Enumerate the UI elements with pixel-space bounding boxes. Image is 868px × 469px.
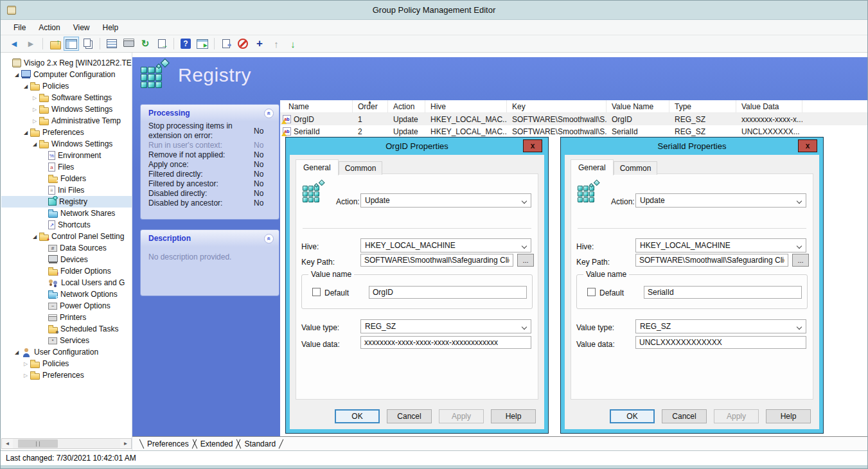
column-header-type[interactable]: Type <box>669 100 736 112</box>
list-row-serialid[interactable]: abSerialId2UpdateHKEY_LOCAL_MAC...SOFTWA… <box>280 125 868 137</box>
default-checkbox[interactable] <box>587 288 596 296</box>
tree-item-devices[interactable]: Devices <box>1 254 132 265</box>
new-window-icon[interactable] <box>195 37 210 51</box>
show-tree-icon[interactable] <box>64 37 79 51</box>
scroll-left-arrow-icon[interactable]: ◄ <box>2 439 13 448</box>
tree-item-windows-settings[interactable]: ▷Windows Settings <box>1 103 132 115</box>
tree-item-control-panel-setting[interactable]: ◢+Control Panel Setting <box>1 231 132 242</box>
tree-item-power-options[interactable]: ~Power Options <box>1 300 132 312</box>
help-button[interactable]: Help <box>491 409 536 423</box>
refresh-icon[interactable] <box>137 37 153 51</box>
cancel-button[interactable]: Cancel <box>387 409 432 423</box>
value-data-input[interactable] <box>360 336 531 349</box>
collapse-chevron-icon[interactable]: « <box>264 234 274 243</box>
tree-item-administrative-temp[interactable]: ▷Administrative Temp <box>1 115 132 127</box>
tree-item-registry[interactable]: Registry <box>1 196 132 208</box>
tree-expander-icon[interactable]: ◢ <box>13 350 21 355</box>
column-header-value-data[interactable]: Value Data <box>736 100 802 112</box>
tab-general[interactable]: General <box>296 159 339 175</box>
properties-icon[interactable] <box>104 37 120 51</box>
tree-expander-icon[interactable]: ◢ <box>13 72 21 78</box>
tree-item-policies[interactable]: ▷Policies <box>1 358 132 369</box>
value-type-combobox[interactable]: REG_SZ <box>360 319 531 333</box>
help-button[interactable]: Help <box>766 409 811 423</box>
titlebar[interactable]: Group Policy Management Editor <box>1 1 867 20</box>
tree-expander-icon[interactable]: ▷ <box>22 373 30 378</box>
tree-expander-icon[interactable]: ▷ <box>31 107 39 112</box>
key-path-input[interactable] <box>360 254 513 267</box>
collapse-chevron-icon[interactable]: « <box>264 109 274 118</box>
column-header-name[interactable]: Name <box>280 100 353 112</box>
value-name-input[interactable] <box>369 286 527 299</box>
print-icon[interactable] <box>121 37 136 51</box>
tree-expander-icon[interactable]: ◢ <box>22 130 30 136</box>
scrollbar-thumb[interactable] <box>18 439 58 448</box>
key-path-input[interactable] <box>635 254 788 267</box>
scroll-right-arrow-icon[interactable]: ► <box>120 439 131 448</box>
help-icon[interactable] <box>178 37 193 51</box>
tree-item-computer-configuration[interactable]: ◢Computer Configuration <box>1 69 132 80</box>
column-header-value-name[interactable]: Value Name <box>607 100 669 112</box>
action-combobox[interactable]: Update <box>635 193 806 208</box>
menu-view[interactable]: View <box>67 21 96 34</box>
view-tab-standard[interactable]: Standard <box>238 439 281 449</box>
tree-item-data-sources[interactable]: #Data Sources <box>1 242 132 254</box>
tree-item-environment[interactable]: %Environment <box>1 150 132 161</box>
tree-item-preferences[interactable]: ▷Preferences <box>1 369 132 381</box>
tree-expander-icon[interactable]: ▷ <box>31 95 39 101</box>
menu-help[interactable]: Help <box>96 21 125 34</box>
forward-icon[interactable] <box>23 37 39 51</box>
delete-icon[interactable] <box>235 37 251 51</box>
menu-file[interactable]: File <box>7 21 32 34</box>
up-level-icon[interactable] <box>47 37 62 51</box>
copy-icon[interactable] <box>80 37 96 51</box>
action-combobox[interactable]: Update <box>360 193 531 208</box>
value-type-combobox[interactable]: REG_SZ <box>635 319 806 333</box>
tree-item-ini-files[interactable]: ≡Ini Files <box>1 184 132 196</box>
tree-item-user-configuration[interactable]: ◢User Configuration <box>1 346 132 358</box>
tree-item-services[interactable]: *Services <box>1 335 132 346</box>
menu-action[interactable]: Action <box>32 21 66 34</box>
tab-common[interactable]: Common <box>339 161 383 175</box>
tree-item-folders[interactable]: *Folders <box>1 173 132 184</box>
tree-item-folder-options[interactable]: !Folder Options <box>1 265 132 277</box>
tree-item-printers[interactable]: Printers <box>1 312 132 323</box>
close-button[interactable]: x <box>523 139 542 152</box>
default-checkbox[interactable] <box>312 288 321 296</box>
hive-combobox[interactable]: HKEY_LOCAL_MACHINE <box>635 238 806 252</box>
add-icon[interactable] <box>252 37 267 51</box>
tree-item-network-options[interactable]: oNetwork Options <box>1 288 132 300</box>
tree-item-local-users-and-g[interactable]: Local Users and G <box>1 277 132 288</box>
tree-item-policies[interactable]: ◢Policies <box>1 80 132 92</box>
tree-item-preferences[interactable]: ◢Preferences <box>1 127 132 138</box>
tree-item-shortcuts[interactable]: ↗Shortcuts <box>1 219 132 231</box>
tree-expander-icon[interactable]: ▷ <box>31 118 39 124</box>
tree-expander-icon[interactable]: ◢ <box>31 141 39 147</box>
tree-horizontal-scrollbar[interactable]: ◄ ► <box>1 438 132 449</box>
tree-expander-icon[interactable]: ◢ <box>22 84 30 89</box>
column-header-order[interactable]: Order▲ <box>353 100 388 112</box>
column-header-hive[interactable]: Hive <box>425 100 507 112</box>
value-data-input[interactable] <box>635 336 806 349</box>
tree-expander-icon[interactable]: ▷ <box>22 361 30 367</box>
dialog-titlebar[interactable]: OrgID Propertiesx <box>286 137 548 155</box>
tree-item-network-shares[interactable]: Network Shares <box>1 208 132 219</box>
view-tab-preferences[interactable]: Preferences <box>141 439 195 449</box>
list-row-orgid[interactable]: abOrgID1UpdateHKEY_LOCAL_MAC...SOFTWARE\… <box>280 113 868 125</box>
browse-button[interactable]: ... <box>517 254 534 267</box>
column-header-action[interactable]: Action <box>388 100 425 112</box>
ok-button[interactable]: OK <box>335 409 380 423</box>
tab-common[interactable]: Common <box>614 161 658 175</box>
tree-item-scheduled-tasks[interactable]: oScheduled Tasks <box>1 323 132 335</box>
view-tab-extended[interactable]: Extended <box>195 439 239 449</box>
tree-expander-icon[interactable]: ◢ <box>31 234 39 240</box>
back-icon[interactable] <box>6 37 22 51</box>
tree-item-windows-settings[interactable]: ◢Windows Settings <box>1 138 132 150</box>
tab-general[interactable]: General <box>571 159 614 175</box>
ok-button[interactable]: OK <box>610 409 655 423</box>
move-up-icon[interactable] <box>269 37 284 51</box>
tree-item-files[interactable]: aFiles <box>1 161 132 173</box>
scrollbar-track[interactable] <box>13 439 120 448</box>
tree-item-software-settings[interactable]: ▷Software Settings <box>1 92 132 103</box>
paste-icon[interactable] <box>218 37 234 51</box>
